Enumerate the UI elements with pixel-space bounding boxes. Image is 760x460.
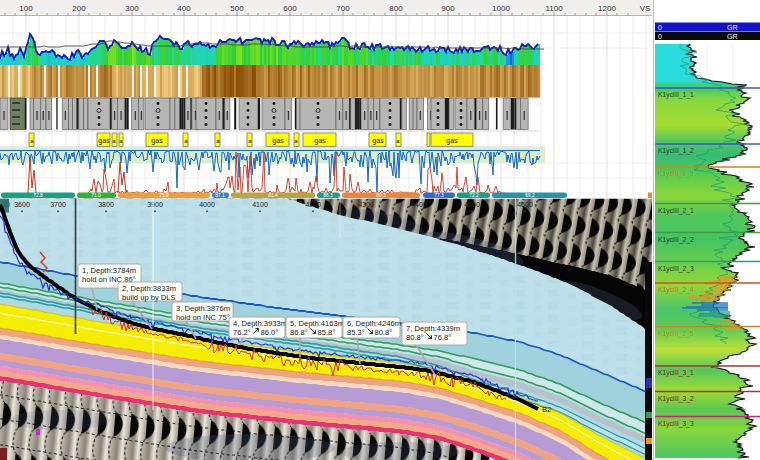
svg-text:1, Depth:3784m: 1, Depth:3784m — [82, 266, 136, 275]
svg-text:K1ycIII_2_4: K1ycIII_2_4 — [658, 286, 694, 294]
svg-text:900: 900 — [441, 4, 455, 13]
svg-text:K1ycIII_2_5: K1ycIII_2_5 — [658, 330, 694, 338]
svg-text:K1ycIII_1_1: K1ycIII_1_1 — [658, 91, 694, 99]
svg-text:GR: GR — [727, 24, 738, 31]
svg-text:81.4: 81.4 — [268, 193, 278, 198]
svg-text:GR: GR — [727, 33, 738, 40]
svg-text:86.8°: 86.8° — [290, 328, 308, 337]
svg-text:4600: 4600 — [517, 201, 533, 208]
svg-text:hold on INC 75°: hold on INC 75° — [176, 313, 230, 322]
svg-text:gas: gas — [314, 137, 326, 145]
svg-text:3700: 3700 — [50, 201, 66, 208]
svg-text:gas: gas — [151, 137, 163, 145]
svg-text:build up by DLS: build up by DLS — [122, 293, 176, 302]
svg-text:75.9: 75.9 — [159, 193, 169, 198]
svg-text:K1ycIII_1_2: K1ycIII_1_2 — [658, 147, 694, 155]
svg-text:85.8°: 85.8° — [318, 328, 336, 337]
svg-text:K1ycIII_3_2: K1ycIII_3_2 — [658, 395, 694, 403]
svg-text:80.8°: 80.8° — [406, 333, 424, 342]
svg-text:0: 0 — [658, 33, 662, 40]
svg-text:1000: 1000 — [492, 4, 510, 13]
svg-text:800: 800 — [389, 4, 403, 13]
svg-text:7, Depth:4339m: 7, Depth:4339m — [406, 324, 460, 333]
svg-text:1100: 1100 — [545, 4, 563, 13]
svg-text:6, Depth:4246m: 6, Depth:4246m — [347, 319, 401, 328]
svg-text:3, Depth:3876m: 3, Depth:3876m — [176, 304, 230, 313]
svg-text:4500: 4500 — [464, 201, 480, 208]
svg-text:0: 0 — [658, 24, 662, 31]
svg-text:K1ycIII_1_3: K1ycIII_1_3 — [658, 170, 694, 178]
svg-text:2, Depth:3833m: 2, Depth:3833m — [122, 284, 176, 293]
svg-text:gas: gas — [446, 137, 458, 145]
svg-text:4200: 4200 — [305, 201, 321, 208]
svg-text:72.2: 72.2 — [469, 193, 479, 198]
svg-text:3800: 3800 — [98, 201, 114, 208]
svg-text:69.2: 69.2 — [525, 193, 535, 198]
svg-text:VS: VS — [640, 4, 651, 13]
svg-text:500: 500 — [230, 4, 244, 13]
svg-text:K1ycIII_2_2: K1ycIII_2_2 — [658, 236, 694, 244]
svg-text:80.3: 80.3 — [376, 193, 386, 198]
svg-text:76.8°: 76.8° — [434, 333, 452, 342]
svg-text:3900: 3900 — [147, 201, 163, 208]
svg-text:1200: 1200 — [598, 4, 616, 13]
svg-text:87.1: 87.1 — [215, 193, 225, 198]
svg-text:76.2°: 76.2° — [233, 328, 251, 337]
svg-text:K1ycIII_2_1: K1ycIII_2_1 — [658, 207, 694, 215]
svg-text:4300: 4300 — [358, 201, 374, 208]
svg-text:300: 300 — [125, 4, 139, 13]
svg-text:K1ycIII_3_3: K1ycIII_3_3 — [658, 420, 694, 428]
svg-text:71.0: 71.0 — [91, 193, 101, 198]
svg-text:4, Depth:3933m: 4, Depth:3933m — [233, 319, 287, 328]
svg-text:77.3: 77.3 — [434, 193, 444, 198]
svg-text:86.3: 86.3 — [323, 193, 333, 198]
svg-text:200: 200 — [72, 4, 86, 13]
svg-text:4000: 4000 — [199, 201, 215, 208]
svg-text:80.8°: 80.8° — [375, 328, 393, 337]
svg-text:72.8: 72.8 — [33, 193, 43, 198]
svg-text:K1ycIII_3_1: K1ycIII_3_1 — [658, 369, 694, 377]
svg-text:B2: B2 — [542, 405, 551, 414]
svg-text:600: 600 — [283, 4, 297, 13]
svg-text:4400: 4400 — [411, 201, 427, 208]
svg-text:3600: 3600 — [14, 201, 30, 208]
svg-text:gas: gas — [372, 137, 384, 145]
svg-text:gas: gas — [272, 137, 284, 145]
svg-text:gas: gas — [98, 137, 110, 145]
svg-text:5, Depth:4163m: 5, Depth:4163m — [290, 319, 344, 328]
svg-text:100: 100 — [19, 4, 33, 13]
svg-text:4100: 4100 — [252, 201, 268, 208]
svg-text:400: 400 — [177, 4, 191, 13]
svg-text:85.3°: 85.3° — [347, 328, 365, 337]
svg-text:700: 700 — [336, 4, 350, 13]
svg-text:86.0°: 86.0° — [261, 328, 279, 337]
svg-text:K1ycIII_2_3: K1ycIII_2_3 — [658, 265, 694, 273]
